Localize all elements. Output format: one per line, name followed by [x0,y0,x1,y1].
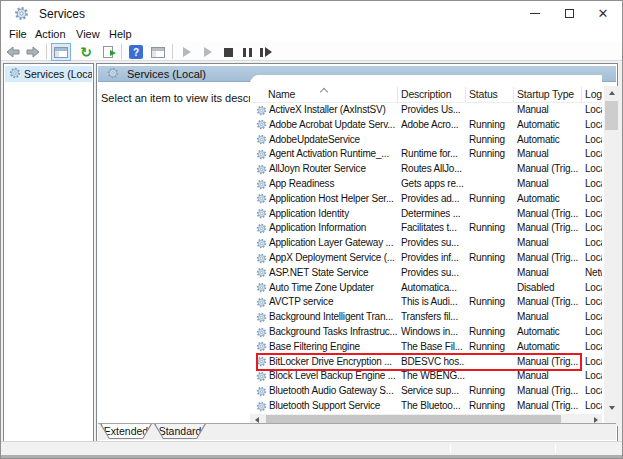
maximize-button[interactable] [552,1,586,26]
service-row[interactable]: Background Intelligent Tran...Transfers … [250,310,602,325]
refresh-button[interactable]: ↻ [77,44,95,60]
minimize-button[interactable] [518,1,552,26]
service-startup-type: Manual [517,370,579,381]
pane-header-title: Services (Local) [127,68,206,80]
service-status: Running [469,385,513,396]
service-row[interactable]: AVCTP serviceThis is Audi...RunningManua… [250,295,602,310]
services-gear-icon [107,67,119,81]
service-row[interactable]: AdobeUpdateServiceRunningAutomaticLoca [250,133,602,148]
service-description: Provides su... [401,267,465,278]
column-separator [397,87,398,102]
service-row[interactable]: Application IdentityDetermines ...Manual… [250,207,602,222]
tree-item-services-local[interactable]: Services (Local) [5,66,92,82]
service-startup-type: Automatic [517,341,579,352]
vertical-scroll-thumb[interactable] [605,101,618,130]
tab-extended[interactable]: Extended [100,424,152,439]
show-console-tree-button[interactable] [51,43,71,61]
status-bar-divider [555,444,556,453]
service-log-on-as: Loca [585,148,602,159]
menu-file[interactable]: File [9,28,27,40]
vertical-scrollbar[interactable] [604,86,619,414]
service-log-on-as: Loca [585,296,602,307]
service-row[interactable]: AllJoyn Router ServiceRoutes AllJo...Man… [250,162,602,177]
service-startup-type: Manual [517,267,579,278]
service-gear-icon [256,401,267,414]
service-startup-type: Manual (Trig... [517,163,579,174]
service-row[interactable]: ActiveX Installer (AxInstSV)Provides Us.… [250,103,602,118]
column-header-log-on-as[interactable]: Log [585,88,602,100]
service-row[interactable]: Bluetooth Audio Gateway S...Service sup.… [250,384,602,399]
column-separator [513,87,514,102]
help-button[interactable]: ? [127,44,145,60]
service-log-on-as: Loca [585,326,602,337]
restart-service-icon [260,47,272,57]
service-status: Running [469,148,513,159]
maximize-icon [565,9,574,18]
service-rows: ActiveX Installer (AxInstSV)Provides Us.… [250,103,602,414]
show-console-tree-icon [54,47,68,58]
service-log-on-as: Loca [585,193,602,204]
service-startup-type: Disabled [517,282,579,293]
stop-service-button[interactable] [220,44,236,60]
service-gear-icon [256,193,267,206]
service-row[interactable]: Application Host Helper Ser...Provides a… [250,192,602,207]
service-row[interactable]: Background Tasks Infrastruc...Windows in… [250,325,602,340]
service-row[interactable]: Adobe Acrobat Update Serv...Adobe Acro..… [250,118,602,133]
scroll-up-button[interactable] [604,86,619,99]
service-description: Provides ad... [401,193,465,204]
show-action-pane-button[interactable] [149,44,167,60]
service-startup-type: Automatic [517,119,579,130]
service-description: Transfers fil... [401,311,465,322]
service-status: Running [469,326,513,337]
column-header-name[interactable]: Name [268,88,295,100]
resume-service-button[interactable] [200,44,216,60]
service-gear-icon [256,223,267,236]
services-window: Services ✕ File Action View Help ↻ ? [0,0,623,459]
service-gear-icon [256,327,267,340]
refresh-icon: ↻ [80,45,92,59]
service-row[interactable]: Block Level Backup Engine ...The WBENG..… [250,369,602,384]
service-row[interactable]: Auto Time Zone UpdaterAutomatica...Disab… [250,281,602,296]
service-startup-type: Manual (Trig... [517,222,579,233]
service-row[interactable]: ASP.NET State ServiceProvides su...Manua… [250,266,602,281]
forward-button[interactable] [25,44,41,60]
service-row[interactable]: Application InformationFacilitates t...R… [250,221,602,236]
scroll-down-icon [609,406,615,410]
service-status: Running [469,400,513,411]
service-description: Gets apps re... [401,178,465,189]
toolbar-separator [172,44,173,59]
menu-view[interactable]: View [76,28,100,40]
service-startup-type: Manual [517,311,579,322]
services-gear-icon [9,67,21,81]
service-row[interactable]: Agent Activation Runtime_...Runtime for.… [250,147,602,162]
tab-extended-label: Extended [102,424,151,438]
tree-item-label: Services (Local) [24,68,92,80]
service-log-on-as: Loca [585,385,602,396]
service-row[interactable]: App ReadinessGets apps re...ManualLoca [250,177,602,192]
services-pane: Services (Local) Select an item to view … [96,63,618,442]
column-separator [465,87,466,102]
title-bar: Services ✕ [1,1,622,27]
service-status: Running [469,252,513,263]
export-list-button[interactable] [99,44,117,60]
pause-service-button[interactable] [239,44,255,60]
column-header-status[interactable]: Status [469,88,498,100]
service-row[interactable]: Bluetooth Support ServiceThe Bluetoo...R… [250,399,602,414]
column-header-startup-type[interactable]: Startup Type [517,88,574,100]
start-service-button[interactable] [179,44,195,60]
scroll-down-button[interactable] [604,401,619,414]
back-button[interactable] [5,44,21,60]
menu-help[interactable]: Help [109,28,132,40]
service-row[interactable]: AppX Deployment Service (...Provides inf… [250,251,602,266]
service-status: Running [469,296,513,307]
service-description: Adobe Acro... [401,119,465,130]
close-button[interactable]: ✕ [586,1,620,26]
resume-service-icon [204,47,212,57]
restart-service-button[interactable] [258,44,274,60]
column-header-description[interactable]: Description [401,88,451,100]
menu-action[interactable]: Action [35,28,66,40]
service-row[interactable]: Application Layer Gateway ...Provides su… [250,236,602,251]
tab-standard[interactable]: Standard [154,424,206,439]
service-startup-type: Manual (Trig... [517,296,579,307]
service-description: Provides Us... [401,104,465,115]
